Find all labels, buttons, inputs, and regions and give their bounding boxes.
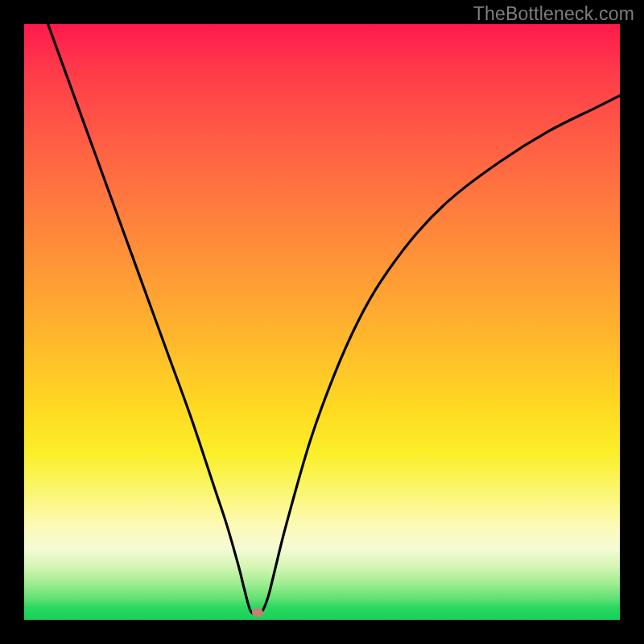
plot-area — [24, 24, 620, 620]
watermark-text: TheBottleneck.com — [473, 3, 634, 25]
bottleneck-curve — [48, 24, 620, 614]
curve-svg — [24, 24, 620, 620]
outer-frame: TheBottleneck.com — [0, 0, 644, 644]
optimum-marker — [252, 609, 263, 617]
